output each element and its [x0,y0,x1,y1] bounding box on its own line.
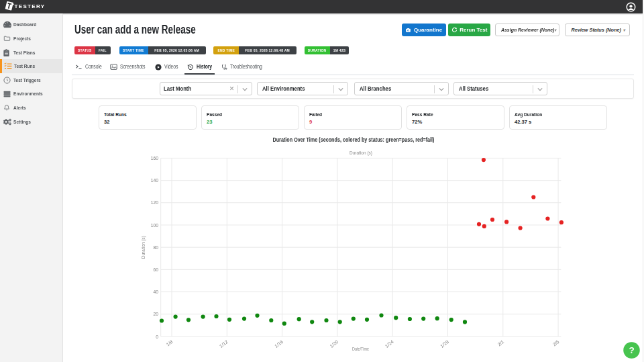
svg-text:60: 60 [153,267,158,272]
svg-text:1/12: 1/12 [219,339,229,349]
svg-text:Duration (s): Duration (s) [141,236,146,259]
svg-text:20: 20 [153,312,158,316]
svg-text:160: 160 [151,156,159,161]
svg-text:1/28: 1/28 [439,339,449,349]
svg-text:40: 40 [153,289,158,294]
svg-text:0: 0 [156,334,158,339]
svg-text:100: 100 [151,223,159,228]
svg-text:?: ? [629,345,635,355]
svg-text:80: 80 [153,245,158,250]
svg-text:1/24: 1/24 [384,339,394,349]
svg-text:Duration (s): Duration (s) [350,150,372,156]
svg-text:2/5: 2/5 [552,339,560,347]
svg-text:120: 120 [151,200,159,205]
svg-text:2/1: 2/1 [496,339,504,347]
svg-text:Duration Over Time (seconds, c: Duration Over Time (seconds, colored by … [273,136,435,143]
svg-text:140: 140 [151,178,159,183]
svg-text:1/20: 1/20 [329,339,339,349]
svg-text:Date/Time: Date/Time [352,347,369,351]
svg-text:1/8: 1/8 [166,339,174,347]
svg-text:1/16: 1/16 [274,339,284,349]
